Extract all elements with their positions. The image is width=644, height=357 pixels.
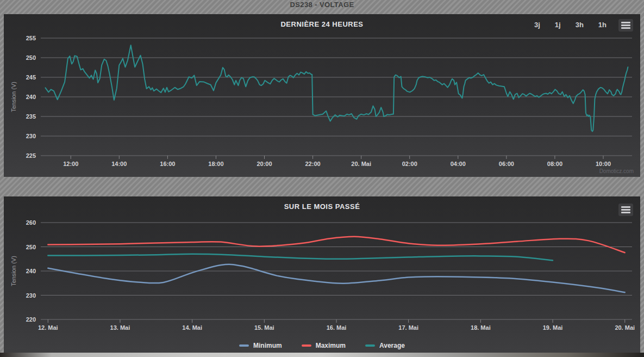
x-tick-label: 08:00 (547, 161, 562, 167)
y-tick-label: 250 (26, 244, 36, 250)
x-tick-label: 20:00 (257, 161, 272, 167)
legend-label: Maximum (316, 342, 346, 349)
legend-swatch-icon (365, 344, 375, 347)
x-tick-label: 13. Mai (110, 324, 130, 331)
chart-month-plot: 22023024025026012. Mai13. Mai14. Mai15. … (4, 196, 640, 353)
x-tick-label: 12. Mai (38, 324, 58, 331)
y-tick-label: 225 (26, 152, 36, 159)
y-tick-label: 230 (26, 292, 36, 299)
chart-panel-24h: DERNIÈRE 24 HEURES 3j 1j 3h 1h 225230235… (4, 14, 640, 177)
x-tick-label: 14:00 (111, 161, 127, 167)
x-tick-label: 22:00 (305, 161, 321, 167)
legend-label: Minimum (253, 342, 282, 349)
background-photo-strip (0, 353, 644, 357)
y-axis-title: Tension (V) (10, 256, 17, 286)
credits-link[interactable]: Domoticz.com (599, 168, 634, 174)
x-tick-label: 18:00 (208, 161, 223, 167)
y-tick-label: 220 (26, 316, 36, 323)
x-tick-label: 17. Mai (398, 324, 418, 331)
x-tick-label: 20. Mai (351, 161, 371, 167)
chart-24h-plot: 22523023524024525025512:0014:0016:0018:0… (4, 14, 640, 177)
y-tick-label: 240 (26, 94, 36, 100)
x-tick-label: 18. Mai (471, 324, 491, 331)
y-tick-label: 240 (26, 268, 36, 274)
y-tick-label: 260 (26, 219, 36, 226)
series-maximum (48, 237, 624, 253)
y-axis-title: Tension (V) (10, 82, 17, 112)
legend-item-minimum[interactable]: Minimum (239, 342, 282, 349)
x-tick-label: 15. Mai (254, 324, 274, 331)
x-tick-label: 10:00 (596, 161, 611, 167)
x-tick-label: 20. Mai (615, 324, 635, 331)
y-tick-label: 250 (26, 54, 36, 61)
chart-panel-month: SUR LE MOIS PASSÉ 22023024025026012. Mai… (4, 196, 640, 353)
x-tick-label: 06:00 (499, 161, 514, 167)
series-tension (46, 45, 628, 131)
series-minimum (48, 264, 624, 292)
x-tick-label: 19. Mai (543, 324, 563, 331)
x-tick-label: 12:00 (63, 161, 78, 167)
legend-item-maximum[interactable]: Maximum (302, 342, 346, 349)
legend-label: Average (379, 342, 405, 349)
x-tick-label: 04:00 (451, 161, 466, 167)
page-header: DS238 - VOLTAGE (0, 0, 644, 14)
x-tick-label: 16. Mai (327, 324, 347, 331)
legend-swatch-icon (239, 344, 249, 347)
x-tick-label: 16:00 (160, 161, 175, 167)
chart-legend: MinimumMaximumAverage (4, 342, 640, 349)
y-tick-label: 235 (26, 113, 36, 120)
x-tick-label: 14. Mai (182, 324, 202, 331)
y-tick-label: 245 (26, 74, 36, 81)
y-tick-label: 255 (26, 35, 36, 41)
page-title: DS238 - VOLTAGE (290, 0, 354, 9)
y-tick-label: 230 (26, 133, 36, 139)
x-tick-label: 02:00 (402, 161, 417, 167)
legend-item-average[interactable]: Average (365, 342, 405, 349)
series-average (48, 254, 553, 261)
legend-swatch-icon (302, 344, 311, 347)
